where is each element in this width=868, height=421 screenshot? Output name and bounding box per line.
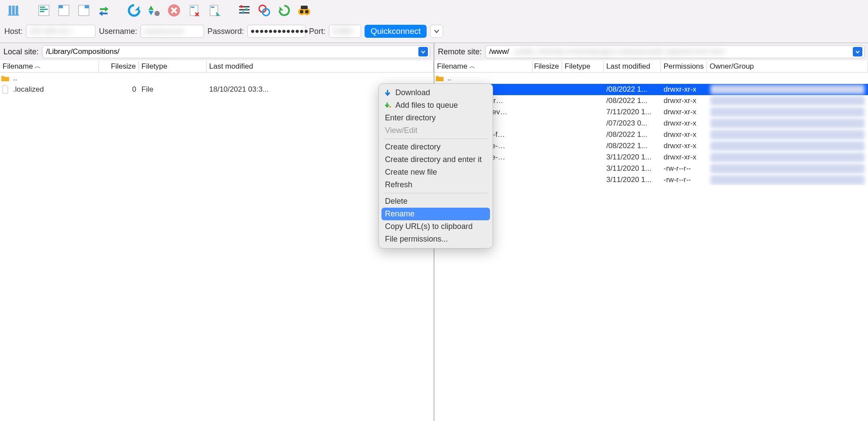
port-label: Port:: [309, 27, 326, 36]
combo-arrow-button[interactable]: [418, 47, 428, 56]
file-row[interactable]: ..: [0, 73, 434, 84]
svg-rect-17: [211, 7, 214, 8]
main-toolbar: [0, 0, 868, 23]
file-row[interactable]: index.php3/11/2020 1...-rw-r--r--: [434, 174, 868, 186]
menu-item-add-files-to-queue[interactable]: Add files to queue: [379, 99, 493, 112]
cancel-button[interactable]: [165, 2, 183, 19]
pane-right-icon: [77, 4, 90, 17]
compare-button[interactable]: [255, 2, 273, 19]
search-button[interactable]: [295, 2, 313, 19]
sync-browse-button[interactable]: [275, 2, 293, 19]
password-input[interactable]: ●●●●●●●●●●●●●: [247, 25, 306, 38]
cell-owner: [707, 140, 868, 152]
host-input[interactable]: 192.168.10.1: [26, 25, 95, 38]
chevron-down-icon: [434, 30, 439, 33]
local-site-bar: Local site:: [0, 43, 434, 60]
local-path-combo[interactable]: [42, 45, 430, 58]
password-label: Password:: [207, 27, 244, 36]
file-row[interactable]: woocommerce-…3/11/2020 1...drwxr-xr-x: [434, 152, 868, 163]
cell-modified: 7/11/2020 1...: [604, 108, 661, 116]
cell-permissions: drwxr-xr-x: [661, 153, 707, 162]
compare-icon: [258, 4, 271, 17]
svg-point-21: [240, 5, 243, 8]
header-owner[interactable]: Owner/Group: [707, 61, 868, 72]
port-input[interactable]: 21980: [329, 25, 361, 38]
header-filetype[interactable]: Filetype: [562, 61, 604, 72]
svg-rect-7: [40, 11, 44, 12]
svg-point-12: [155, 11, 160, 16]
file-row[interactable]: .localized0File18/10/2021 03:3...: [0, 84, 434, 95]
quickconnect-button[interactable]: Quickconnect: [365, 25, 427, 38]
username-input[interactable]: useraccount: [141, 25, 204, 38]
menu-item-label: Add files to queue: [395, 101, 458, 110]
menu-item-view-edit: View/Edit: [379, 124, 493, 137]
reconnect-button[interactable]: [205, 2, 223, 19]
remote-path-input[interactable]: [489, 47, 515, 56]
menu-item-refresh[interactable]: Refresh: [379, 179, 493, 191]
cell-type: File: [139, 85, 207, 94]
header-permissions[interactable]: Permissions: [661, 61, 707, 72]
context-menu[interactable]: DownloadAdd files to queueEnter director…: [378, 83, 493, 249]
local-path-input[interactable]: [46, 47, 418, 56]
file-row[interactable]: akismet/08/2022 1...drwxr-xr-x: [434, 84, 868, 95]
cell-size: 0: [99, 85, 139, 94]
menu-item-delete[interactable]: Delete: [379, 195, 493, 208]
download-arrow-icon: [384, 89, 391, 97]
header-filesize[interactable]: Filesize: [99, 61, 139, 72]
remote-file-list[interactable]: ..akismet/08/2022 1...drwxr-xr-xbetter-s…: [434, 73, 868, 421]
menu-item-create-directory[interactable]: Create directory: [379, 141, 493, 153]
header-filesize[interactable]: Filesize: [533, 61, 562, 72]
menu-item-label: Create directory: [385, 143, 441, 152]
process-queue-button[interactable]: [145, 2, 163, 19]
menu-item-label: Refresh: [385, 180, 412, 189]
header-filename[interactable]: Filename ︿: [0, 61, 99, 72]
site-manager-button[interactable]: [4, 2, 23, 19]
chevron-down-icon: [421, 50, 425, 53]
svg-point-29: [305, 10, 309, 13]
header-filename[interactable]: Filename ︿: [434, 61, 533, 72]
file-row[interactable]: mu-plugins/07/2023 0...drwxr-xr-x: [434, 118, 868, 129]
svg-rect-1: [12, 6, 15, 15]
file-icon: [2, 85, 9, 94]
local-headers: Filename ︿ Filesize Filetype Last modifi…: [0, 60, 434, 73]
quickconnect-history-button[interactable]: [430, 25, 443, 38]
cell-permissions: drwxr-xr-x: [661, 130, 707, 139]
sort-asc-icon: ︿: [469, 63, 475, 70]
cell-permissions: drwxr-xr-x: [661, 108, 707, 116]
file-row[interactable]: ..: [434, 73, 868, 84]
file-row[interactable]: better-search-r…/08/2022 1...drwxr-xr-x: [434, 95, 868, 106]
disconnect-button[interactable]: [185, 2, 203, 19]
file-row[interactable]: woo-checkout-f…/08/2022 1...drwxr-xr-x: [434, 129, 868, 140]
toggle-queue-button[interactable]: [95, 2, 113, 19]
menu-item-file-permissions[interactable]: File permissions...: [379, 233, 493, 245]
menu-item-copy-url-s-to-clipboard[interactable]: Copy URL(s) to clipboard: [379, 220, 493, 233]
cell-name: ..: [445, 74, 533, 83]
quickconnect-bar: Host: 192.168.10.1 Username: useraccount…: [0, 23, 868, 43]
header-modified[interactable]: Last modified: [207, 61, 434, 72]
disconnect-icon: [187, 4, 201, 17]
remote-path-combo[interactable]: public_html/wp-content/plugins redacted …: [485, 45, 865, 58]
file-row[interactable]: disable-post-rev…7/11/2020 1...drwxr-xr-…: [434, 106, 868, 118]
header-filetype[interactable]: Filetype: [139, 61, 207, 72]
toggle-local-tree-button[interactable]: [55, 2, 73, 19]
cell-modified: /08/2022 1...: [604, 96, 661, 105]
file-row[interactable]: woocommerce-…/08/2022 1...drwxr-xr-x: [434, 140, 868, 152]
local-file-list[interactable]: ...localized0File18/10/2021 03:3...: [0, 73, 434, 421]
svg-rect-0: [9, 6, 11, 15]
menu-item-create-new-file[interactable]: Create new file: [379, 166, 493, 179]
header-modified[interactable]: Last modified: [604, 61, 661, 72]
toggle-log-button[interactable]: [35, 2, 53, 19]
filter-button[interactable]: [235, 2, 253, 19]
toggle-remote-tree-button[interactable]: [75, 2, 93, 19]
menu-item-label: Download: [395, 88, 430, 97]
file-row[interactable]: hello.php3/11/2020 1...-rw-r--r--: [434, 163, 868, 174]
menu-item-label: View/Edit: [385, 126, 418, 135]
menu-item-enter-directory[interactable]: Enter directory: [379, 112, 493, 124]
menu-item-create-directory-and-enter-it[interactable]: Create directory and enter it: [379, 153, 493, 166]
menu-item-rename[interactable]: Rename: [381, 208, 490, 220]
menu-item-download[interactable]: Download: [379, 86, 493, 99]
refresh-button[interactable]: [125, 2, 143, 19]
cell-modified: /08/2022 1...: [604, 130, 661, 139]
combo-arrow-button[interactable]: [853, 47, 862, 56]
cell-permissions: drwxr-xr-x: [661, 119, 707, 128]
